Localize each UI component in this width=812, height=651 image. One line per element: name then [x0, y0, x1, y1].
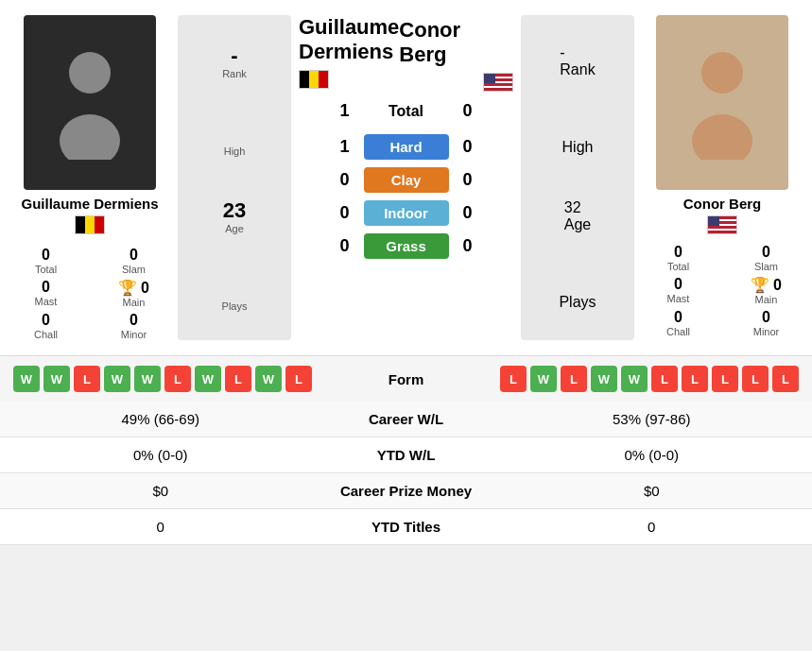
form-badge: L: [164, 366, 191, 392]
svg-point-3: [692, 114, 752, 160]
flag-be-icon: [75, 215, 105, 234]
svg-point-0: [69, 52, 111, 94]
right-form-badges: LWLWWLLLLL: [500, 366, 799, 392]
stat-rows: 49% (66-69) Career W/L 53% (97-86) 0% (0…: [0, 402, 812, 651]
score-row-indoor: 0 Indoor 0: [299, 200, 513, 226]
player-left-stats: 0 Total 0 Slam 0 Mast 🏆 0 Main 0 Chall: [9, 247, 170, 340]
left-plays-block: Plays: [222, 276, 248, 312]
trophy-icon: 🏆: [118, 279, 137, 297]
left-rank-block: - Rank: [222, 43, 247, 79]
left-player-title: Guillaume Dermiens: [299, 15, 399, 64]
right-stat-total: 0 Total: [642, 244, 715, 272]
left-stat-mast: 0 Mast: [9, 279, 82, 308]
form-badge: L: [285, 366, 312, 392]
form-badge: W: [591, 366, 617, 392]
right-stat-slam: 0 Slam: [730, 244, 803, 272]
left-stats-card: - Rank High 23 Age Plays: [178, 15, 291, 340]
player-left: Guillaume Dermiens 0 Total 0 Slam 0 Mast: [9, 15, 170, 340]
left-stat-slam: 0 Slam: [97, 247, 170, 275]
form-badge: W: [255, 366, 282, 392]
right-stat-mast: 0 Mast: [642, 276, 715, 305]
form-badge: L: [74, 366, 100, 392]
player-right-avatar: [656, 15, 788, 190]
form-badge: L: [561, 366, 587, 392]
svg-point-2: [701, 52, 743, 94]
flag-us-header-icon: [483, 73, 513, 92]
player-right-name: Conor Berg: [683, 196, 762, 212]
player-right-stats: 0 Total 0 Slam 0 Mast 🏆 0 Main 0 Chall: [642, 244, 803, 337]
right-high-block: High: [562, 122, 594, 156]
right-stat-main: 🏆 0 Main: [730, 276, 803, 305]
flag-us-icon: [707, 215, 737, 234]
form-badge: W: [530, 366, 557, 392]
left-player-header: Guillaume Dermiens: [299, 15, 399, 92]
right-player-header: Conor Berg: [399, 18, 513, 92]
player-left-name: Guillaume Dermiens: [21, 196, 158, 212]
right-player-title: Conor Berg: [399, 18, 513, 67]
form-badge: W: [43, 366, 70, 392]
score-row-grass: 0 Grass 0: [299, 233, 513, 259]
form-badge: L: [225, 366, 251, 392]
right-age-block: 32 Age: [564, 199, 591, 233]
score-row-hard: 1 Hard 0: [299, 134, 513, 160]
form-badge: L: [712, 366, 738, 392]
score-rows: 1 Total 0 1 Hard 0 0 Clay 0 0 Indoor 0: [299, 101, 513, 266]
form-badge: W: [104, 366, 130, 392]
right-rank-block: - Rank: [560, 44, 595, 78]
form-badge: W: [134, 366, 161, 392]
left-stat-minor: 0 Minor: [97, 312, 170, 340]
form-section: WWLWWLWLWL Form LWLWWLLLLL: [0, 355, 812, 402]
career-wl-row: 49% (66-69) Career W/L 53% (97-86): [0, 402, 812, 437]
form-badge: L: [500, 366, 527, 392]
score-row-clay: 0 Clay 0: [299, 167, 513, 193]
player-right: Conor Berg 0 Total 0 Slam 0 Mast 🏆: [642, 15, 803, 340]
right-plays-block: Plays: [559, 277, 596, 311]
form-badge: L: [742, 366, 769, 392]
form-badge: W: [621, 366, 648, 392]
ytd-titles-row: 0 YTD Titles 0: [0, 509, 812, 545]
form-badge: L: [682, 366, 708, 392]
form-label: Form: [350, 371, 463, 387]
form-badge: W: [195, 366, 221, 392]
left-high-block: High: [224, 121, 246, 157]
flag-be-header-icon: [299, 70, 329, 89]
player-left-avatar: [24, 15, 156, 190]
ytd-wl-row: 0% (0-0) YTD W/L 0% (0-0): [0, 437, 812, 473]
right-stat-chall: 0 Chall: [642, 309, 715, 337]
right-stats-card: - Rank High 32 Age Plays: [521, 15, 634, 340]
left-age-block: 23 Age: [223, 198, 246, 234]
left-stat-total: 0 Total: [9, 247, 82, 275]
prize-row: $0 Career Prize Money $0: [0, 473, 812, 509]
left-stat-main: 🏆 0 Main: [97, 279, 170, 308]
middle-scores: Guillaume Dermiens Conor Berg: [299, 15, 513, 340]
form-badge: L: [651, 366, 678, 392]
left-stat-chall: 0 Chall: [9, 312, 82, 340]
score-row-total: 1 Total 0: [299, 101, 513, 121]
right-stat-minor: 0 Minor: [730, 309, 803, 337]
right-trophy-icon: 🏆: [751, 276, 769, 294]
left-form-badges: WWLWWLWLWL: [13, 366, 312, 392]
form-badge: L: [772, 366, 799, 392]
form-badge: W: [13, 366, 40, 392]
svg-point-1: [60, 114, 120, 160]
